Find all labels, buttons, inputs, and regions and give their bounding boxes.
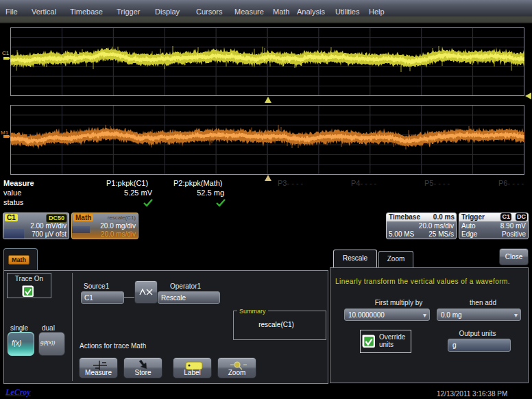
svg-text:C1: C1 — [2, 50, 10, 56]
svg-text:M1: M1 — [1, 130, 9, 136]
